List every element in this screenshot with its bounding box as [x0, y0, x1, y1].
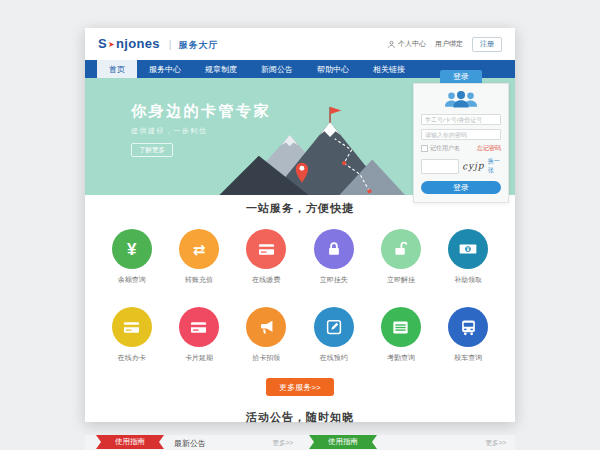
- service-label: 卡片延期: [165, 353, 232, 363]
- brand-logo[interactable]: S➤njones | 服务大厅: [98, 36, 219, 52]
- app-name: 服务大厅: [179, 39, 219, 52]
- service-icon-circle: ¥: [448, 229, 488, 269]
- service-icon-circle: [314, 229, 354, 269]
- service-item[interactable]: 在线缴费: [233, 229, 300, 285]
- captcha-image[interactable]: cyjp: [462, 160, 485, 171]
- personal-center-label: 个人中心: [398, 39, 426, 49]
- nav-item-label: 服务中心: [149, 64, 181, 75]
- user-bind-label: 用户绑定: [435, 39, 463, 49]
- card-icon: [189, 318, 208, 337]
- card-icon: [122, 318, 141, 337]
- nav-item[interactable]: 服务中心: [137, 60, 193, 78]
- service-item[interactable]: 考勤查询: [367, 307, 434, 363]
- nav-item-label: 规章制度: [205, 64, 237, 75]
- nav-item[interactable]: 帮助中心: [305, 60, 361, 78]
- remember-label: 记住用户名: [430, 144, 460, 153]
- account-input[interactable]: [421, 114, 501, 125]
- banknote-icon: ¥: [458, 239, 478, 259]
- service-icon-circle: [179, 307, 219, 347]
- service-item[interactable]: 校车查询: [435, 307, 502, 363]
- services-section: 一站服务，方便快捷 ¥ 余额查询 ⇄ 转账充值 在线缴费 立即挂失 立即解挂: [85, 195, 515, 396]
- personal-center-link[interactable]: 个人中心: [387, 39, 426, 49]
- service-item[interactable]: 立即挂失: [300, 229, 367, 285]
- user-bind-link[interactable]: 用户绑定: [435, 39, 463, 49]
- logo-divider: |: [169, 39, 172, 50]
- service-label: 立即挂失: [300, 275, 367, 285]
- service-label: 校车查询: [435, 353, 502, 363]
- service-label: 在线办卡: [98, 353, 165, 363]
- service-icon-circle: [246, 229, 286, 269]
- transfer-arrows-icon: ⇄: [193, 242, 206, 257]
- users-icon: [442, 90, 480, 109]
- left-more-link[interactable]: 更多>>: [272, 439, 293, 448]
- card-icon: [257, 240, 276, 259]
- service-item[interactable]: 在线预约: [300, 307, 367, 363]
- captcha-input[interactable]: [421, 159, 459, 174]
- service-label: 余额查询: [98, 275, 165, 285]
- services-grid: ¥ 余额查询 ⇄ 转账充值 在线缴费 立即挂失 立即解挂 ¥ 补助领取: [98, 229, 502, 363]
- login-submit-button[interactable]: 登录: [421, 181, 501, 194]
- mountain-illustration: [213, 105, 418, 195]
- edit-icon: [325, 318, 343, 336]
- forgot-password-link[interactable]: 忘记密码: [477, 144, 501, 153]
- remember-checkbox[interactable]: [421, 145, 428, 152]
- megaphone-icon: [257, 318, 276, 337]
- service-item[interactable]: ¥ 补助领取: [435, 229, 502, 285]
- service-icon-circle: [112, 307, 152, 347]
- service-label: 立即解挂: [367, 275, 434, 285]
- guide-ribbon-green[interactable]: 使用指南: [317, 435, 369, 449]
- latest-news-tab[interactable]: 最新公告: [174, 438, 206, 449]
- flag-icon: [331, 107, 342, 114]
- service-icon-circle: [314, 307, 354, 347]
- nav-item-label: 帮助中心: [317, 64, 349, 75]
- service-label: 考勤查询: [367, 353, 434, 363]
- logo-arrow-icon: ➤: [108, 40, 115, 49]
- login-panel: 登录 记住用户名 忘记密码 cyjp 换一张 登录: [413, 70, 509, 203]
- hero-cta-button[interactable]: 了解更多: [131, 143, 173, 157]
- unlock-icon: [392, 240, 410, 258]
- service-icon-circle: [448, 307, 488, 347]
- service-item[interactable]: ⇄ 转账充值: [165, 229, 232, 285]
- nav-item[interactable]: 相关链接: [361, 60, 417, 78]
- register-button[interactable]: 注册: [472, 37, 502, 52]
- nav-item[interactable]: 首页: [97, 60, 137, 78]
- site-header: S➤njones | 服务大厅 个人中心 用户绑定 注册: [85, 28, 515, 60]
- user-icon: [387, 40, 396, 49]
- announcements-left-panel: 使用指南 最新公告 更多>>: [94, 435, 293, 450]
- password-input[interactable]: [421, 129, 501, 140]
- service-item[interactable]: 拾卡招领: [233, 307, 300, 363]
- logo-text-rest: njones: [116, 36, 160, 51]
- captcha-refresh-link[interactable]: 换一张: [488, 157, 501, 175]
- svg-text:¥: ¥: [467, 246, 470, 252]
- yen-icon: ¥: [127, 241, 136, 258]
- nav-item-label: 新闻公告: [261, 64, 293, 75]
- service-item[interactable]: 卡片延期: [165, 307, 232, 363]
- guide-ribbon-red[interactable]: 使用指南: [104, 435, 156, 449]
- service-label: 在线预约: [300, 353, 367, 363]
- service-icon-circle: [381, 307, 421, 347]
- services-title: 一站服务，方便快捷: [85, 201, 515, 216]
- service-label: 拾卡招领: [233, 353, 300, 363]
- announcements-bar: 使用指南 最新公告 更多>> 使用指南 更多>>: [85, 434, 515, 450]
- service-item[interactable]: 在线办卡: [98, 307, 165, 363]
- announcements-title: 活动公告，随时知晓: [85, 410, 515, 425]
- service-item[interactable]: 立即解挂: [367, 229, 434, 285]
- announcements-right-panel: 使用指南 更多>>: [307, 435, 506, 450]
- flag-pole: [329, 107, 330, 123]
- list-icon: [391, 318, 410, 337]
- service-label: 补助领取: [435, 275, 502, 285]
- service-item[interactable]: ¥ 余额查询: [98, 229, 165, 285]
- nav-item[interactable]: 规章制度: [193, 60, 249, 78]
- captcha-row: cyjp 换一张: [421, 157, 501, 175]
- logo-text-prefix: S: [98, 36, 107, 51]
- service-icon-circle: ⇄: [179, 229, 219, 269]
- bus-icon: [459, 318, 478, 337]
- nav-item[interactable]: 新闻公告: [249, 60, 305, 78]
- right-more-link[interactable]: 更多>>: [485, 439, 506, 448]
- service-label: 转账充值: [165, 275, 232, 285]
- service-icon-circle: [381, 229, 421, 269]
- nav-item-label: 相关链接: [373, 64, 405, 75]
- more-services-button[interactable]: 更多服务>>: [266, 378, 333, 396]
- service-icon-circle: [246, 307, 286, 347]
- login-tab[interactable]: 登录: [440, 70, 482, 83]
